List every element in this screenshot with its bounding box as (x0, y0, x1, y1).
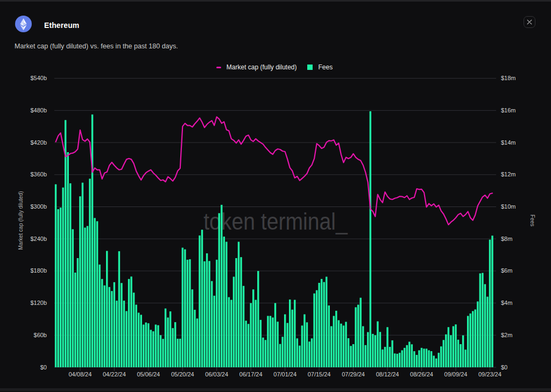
svg-text:06/03/24: 06/03/24 (205, 371, 228, 377)
svg-text:$360b: $360b (30, 171, 47, 177)
svg-text:$120b: $120b (30, 300, 47, 306)
svg-text:$14m: $14m (501, 139, 516, 146)
svg-text:09/09/24: 09/09/24 (444, 371, 468, 377)
svg-text:$4m: $4m (501, 300, 512, 306)
svg-text:$8m: $8m (501, 236, 512, 242)
svg-text:07/15/24: 07/15/24 (308, 371, 331, 377)
svg-text:Fees: Fees (529, 215, 535, 226)
svg-text:$0: $0 (40, 364, 47, 370)
svg-text:06/17/24: 06/17/24 (239, 371, 263, 377)
svg-text:$18m: $18m (501, 75, 516, 81)
svg-text:$180b: $180b (30, 267, 47, 274)
svg-text:$6m: $6m (501, 267, 512, 274)
svg-text:$0: $0 (501, 364, 507, 370)
svg-text:$60b: $60b (34, 332, 47, 338)
svg-text:04/08/24: 04/08/24 (68, 371, 91, 377)
svg-text:Market cap (fully diluted): Market cap (fully diluted) (18, 191, 24, 250)
svg-text:07/01/24: 07/01/24 (273, 371, 296, 377)
svg-text:$10m: $10m (501, 203, 516, 210)
svg-text:$420b: $420b (30, 139, 47, 146)
svg-text:token terminal_: token terminal_ (203, 208, 348, 235)
svg-text:$16m: $16m (501, 107, 516, 113)
svg-text:05/20/24: 05/20/24 (171, 371, 194, 377)
svg-text:$300b: $300b (30, 203, 47, 210)
svg-text:05/06/24: 05/06/24 (137, 371, 160, 377)
svg-text:07/29/24: 07/29/24 (342, 371, 365, 377)
svg-text:$12m: $12m (501, 171, 516, 177)
svg-text:08/26/24: 08/26/24 (410, 371, 433, 377)
svg-text:04/22/24: 04/22/24 (103, 371, 126, 377)
svg-text:08/12/24: 08/12/24 (376, 371, 399, 377)
svg-text:$480b: $480b (30, 107, 47, 113)
svg-text:$240b: $240b (30, 236, 47, 242)
svg-text:09/23/24: 09/23/24 (478, 371, 501, 377)
svg-text:$540b: $540b (30, 75, 47, 81)
svg-text:$2m: $2m (501, 332, 512, 338)
